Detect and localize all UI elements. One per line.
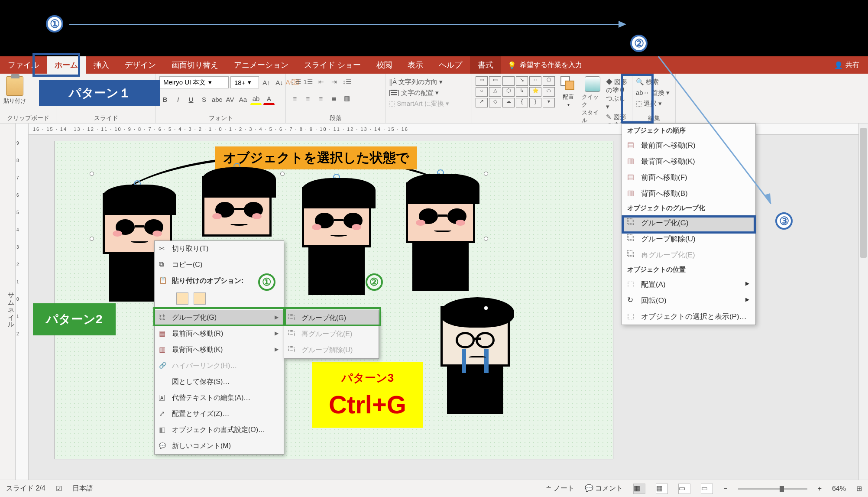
grow-font-button[interactable]: A↑ (261, 77, 272, 88)
character-4[interactable] (397, 182, 484, 291)
align-left-button[interactable]: ≡ (289, 93, 301, 104)
align-center-button[interactable]: ≡ (302, 93, 314, 104)
zoom-out-button[interactable]: − (723, 485, 727, 493)
comments-button[interactable]: 💬 コメント (585, 484, 623, 493)
selection-handle[interactable] (90, 237, 94, 241)
zoom-in-button[interactable]: + (818, 485, 822, 493)
green-circle-2: ② (366, 273, 383, 291)
bullets-button[interactable]: ⋮☰ (289, 76, 301, 88)
zoom-level[interactable]: 64% (832, 485, 846, 493)
smartart-button[interactable]: ⬚ SmartArt に変換 ▾ (389, 100, 449, 108)
share-icon: 👤 (834, 61, 843, 69)
italic-button[interactable]: I (172, 94, 184, 105)
ctx-alt-text[interactable]: 代替テキストの編集(A)… (155, 390, 284, 406)
language-status[interactable]: 日本語 (72, 484, 93, 493)
ctx-save-pic[interactable]: 図として保存(S)… (155, 374, 284, 390)
shrink-font-button[interactable]: A↓ (274, 77, 285, 88)
quick-styles-button[interactable]: クイック スタイル (582, 76, 603, 124)
selection-handle[interactable] (90, 172, 94, 176)
group-label-slides: スライド (60, 114, 152, 122)
fit-window-button[interactable]: ⊞ (856, 484, 862, 493)
tab-review[interactable]: 校閲 (369, 56, 400, 74)
numbering-button[interactable]: 1☰ (302, 76, 314, 88)
text-align-button[interactable]: [☰] 文字の配置 ▾ (389, 89, 439, 97)
arrange-rotate[interactable]: ↻回転(O)▶ (622, 292, 755, 309)
ctx-copy[interactable]: コピー(C) (155, 257, 284, 273)
font-size-select[interactable]: 18+▾ (230, 76, 259, 88)
underline-button[interactable]: U (185, 94, 197, 105)
vertical-ruler: 987 654 321 012 (16, 123, 29, 480)
text-direction-button[interactable]: ‖Â 文字列の方向 ▾ (389, 78, 443, 86)
tab-help[interactable]: ヘルプ (431, 56, 470, 74)
vertical-scrollbar[interactable] (858, 123, 868, 480)
tab-format[interactable]: 書式 (470, 56, 501, 74)
ctx-sub-ungroup: グループ解除(U) (284, 342, 379, 358)
pattern1-callout: パターン１ (39, 80, 160, 106)
columns-button[interactable]: ▥ (341, 93, 353, 104)
slide-counter: スライド 2/4 (6, 484, 45, 493)
bold-button[interactable]: B (159, 94, 171, 105)
font-name-select[interactable]: Meiryo UI 本文▾ (159, 76, 229, 88)
paste-button[interactable]: 貼り付け (3, 76, 26, 105)
arrange-align[interactable]: 配置(A)▶ (622, 276, 755, 292)
share-button[interactable]: 👤 共有 (826, 56, 868, 74)
spacing-button[interactable]: AV (224, 94, 236, 105)
tab-slideshow[interactable]: スライド ショー (296, 56, 369, 74)
selection-handle[interactable] (280, 172, 285, 176)
shadow-button[interactable]: S (198, 94, 210, 105)
zoom-slider[interactable] (738, 488, 807, 490)
indent-dec-button[interactable]: ⇤ (315, 76, 327, 88)
highlight-button[interactable]: ab (250, 94, 262, 105)
pattern3-callout: パターン3 Ctrl+G (312, 362, 423, 428)
annotation-arrow-2-3 (650, 56, 788, 212)
tell-me-placeholder: 希望する作業を入力 (520, 61, 582, 70)
slide-title: オブジェクトを選択した状態で (215, 146, 417, 169)
arrange-button[interactable]: 配置 ▾ (557, 76, 579, 107)
arrange-selection-pane[interactable]: ⬚オブジェクトの選択と表示(P)… (622, 309, 755, 325)
highlight-ctx-group (153, 307, 285, 326)
font-color-button[interactable]: A (263, 94, 275, 105)
ctx-send-back[interactable]: 最背面へ移動(K)▶ (155, 342, 284, 358)
chevron-down-icon: ▾ (567, 102, 570, 107)
paste-option-1-icon[interactable] (176, 292, 188, 305)
reading-view-button[interactable]: ▭ (678, 484, 690, 494)
ctx-new-comment[interactable]: 新しいコメント(M) (155, 438, 284, 454)
scrollbar-thumb[interactable] (860, 128, 867, 258)
justify-button[interactable]: ≣ (328, 93, 340, 104)
arrange-section-position: オブジェクトの位置 (622, 263, 755, 276)
annotation-arrow-1-2 (69, 24, 619, 25)
context-menu: 切り取り(T) コピー(C) 貼り付けのオプション: グループ化(G)▶ グルー… (154, 240, 284, 455)
selection-handle[interactable] (484, 172, 488, 176)
sorter-view-button[interactable]: ▦ (656, 484, 668, 494)
group-label-font: フォント (159, 114, 282, 122)
zoom-slider-knob[interactable] (780, 486, 784, 492)
thumbnail-pane-toggle[interactable]: サムネイル (0, 123, 16, 480)
shapes-gallery[interactable]: ▭▭—↘↔⬠ ○△⬡↳⭐⬭ ↗◇☁{}▾ (476, 76, 555, 107)
save-icon (159, 377, 168, 385)
paste-option-2-icon[interactable] (194, 292, 206, 305)
ctx-bring-front[interactable]: 最前面へ移動(R)▶ (155, 326, 284, 342)
slideshow-view-button[interactable]: ▭ (701, 484, 713, 494)
normal-view-button[interactable]: ▦ (633, 484, 645, 494)
selection-handle[interactable] (484, 306, 488, 310)
tab-view[interactable]: 表示 (400, 56, 431, 74)
ctx-paste-icons[interactable] (155, 289, 284, 310)
tab-transitions[interactable]: 画面切り替え (164, 56, 226, 74)
strike-button[interactable]: abc (211, 94, 223, 105)
selection-handle[interactable] (484, 237, 488, 241)
tab-animations[interactable]: アニメーション (226, 56, 296, 74)
ctx-format-obj[interactable]: オブジェクトの書式設定(O)… (155, 422, 284, 438)
character-2[interactable] (194, 176, 280, 237)
character-crying[interactable] (432, 306, 518, 414)
ctx-cut[interactable]: 切り取り(T) (155, 241, 284, 257)
tab-design[interactable]: デザイン (117, 56, 164, 74)
tab-insert[interactable]: 挿入 (86, 56, 117, 74)
align-right-button[interactable]: ≡ (315, 93, 327, 104)
ctx-size-pos[interactable]: 配置とサイズ(Z)… (155, 406, 284, 422)
line-spacing-button[interactable]: ↕☰ (341, 76, 353, 88)
notes-button[interactable]: ≐ ノート (546, 484, 574, 493)
case-button[interactable]: Aa (237, 94, 249, 105)
indent-inc-button[interactable]: ⇥ (328, 76, 340, 88)
spellcheck-icon[interactable]: ☑ (56, 484, 62, 493)
svg-line-0 (658, 56, 771, 204)
